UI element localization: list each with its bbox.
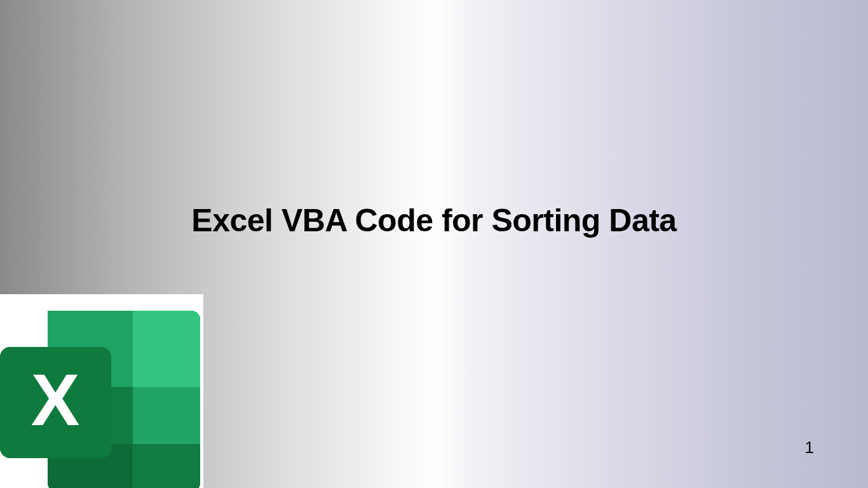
svg-text:X: X [31,359,80,440]
excel-icon-background: X [0,294,203,488]
page-number: 1 [805,438,814,458]
slide-title: Excel VBA Code for Sorting Data [0,202,868,239]
svg-rect-15 [133,387,200,444]
excel-icon: X [0,306,203,488]
